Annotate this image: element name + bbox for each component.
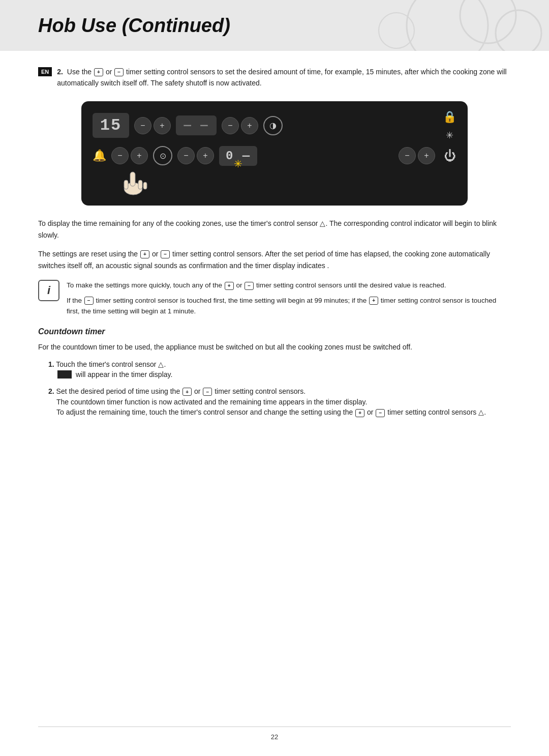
svg-rect-7	[138, 180, 142, 189]
minus-btn-3[interactable]: −	[177, 147, 195, 164]
target-icon: ⊙	[153, 146, 172, 165]
step-2-block: EN 2. Use the + or − timer setting contr…	[38, 66, 511, 89]
step-2-text: 2. Use the + or − timer setting control …	[57, 66, 511, 89]
svg-point-3	[379, 13, 414, 48]
svg-point-2	[496, 10, 541, 51]
step1-label: 1.	[48, 360, 54, 368]
plus-icon-inline-2: +	[140, 250, 149, 258]
plus-icon-step2: +	[182, 388, 192, 396]
info-icon: i	[38, 280, 59, 301]
minus-icon-step2c: −	[376, 409, 385, 417]
countdown-intro: For the countdown timer to be used, the …	[38, 341, 511, 353]
minus-icon-inline-2: −	[161, 250, 170, 258]
body-para-1: To display the time remaining for any of…	[38, 218, 511, 241]
pm-group-4: − +	[399, 147, 435, 164]
countdown-step-2: 2. Set the desired period of time using …	[48, 387, 511, 417]
step-2-number: 2.	[57, 68, 63, 76]
plus-btn-2[interactable]: +	[241, 117, 258, 134]
hand-svg	[113, 166, 154, 196]
svg-rect-6	[124, 180, 128, 189]
page-footer: 22	[38, 726, 511, 741]
step1-text-b-wrapper: will appear in the timer display.	[56, 370, 172, 379]
black-rect-indicator	[57, 370, 72, 379]
plus-icon-info-2: +	[369, 297, 378, 305]
body-para-2: The settings are reset using the + or − …	[38, 248, 511, 272]
svg-rect-8	[143, 182, 147, 189]
right-icons: 🔒 ✳	[443, 110, 456, 141]
minus-btn-4[interactable]: −	[399, 147, 416, 164]
countdown-section-title: Countdown timer	[38, 327, 511, 336]
step2-text-c: To adjust the remaining time, touch the …	[56, 408, 511, 417]
plus-icon-inline: +	[94, 68, 103, 76]
svg-point-0	[407, 0, 488, 51]
brightness-icon: ✳	[446, 130, 453, 141]
step2-text-a: Set the desired period of time using the…	[56, 387, 306, 395]
hand-illustration	[113, 166, 456, 196]
page-title: Hob Use (Continued)	[38, 15, 230, 37]
timer-display-15: 15	[93, 113, 129, 138]
panel-top-row: 15 − + — — − + ◑	[93, 110, 456, 141]
plus-icon-info: +	[225, 282, 234, 290]
plus-btn-4[interactable]: +	[418, 147, 435, 164]
hob-panel-wrapper: 15 − + — — − + ◑	[38, 101, 511, 206]
page-number: 22	[271, 733, 278, 741]
minus-btn-1[interactable]: −	[134, 117, 151, 134]
pm-group-1: − +	[134, 117, 171, 134]
page-container: Hob Use (Continued) EN 2. Use the + or −…	[0, 0, 549, 756]
panel-bottom-row: 🔔 − + ⊙ − + 0 —	[93, 146, 456, 166]
display-dashes: — —	[176, 115, 217, 135]
sunburst-icon: ✳	[234, 158, 242, 170]
minus-btn-bell[interactable]: −	[111, 147, 129, 164]
minus-icon-info-2: −	[84, 297, 94, 305]
step2-text-b: The countdown timer function is now acti…	[56, 398, 511, 406]
page-header: Hob Use (Continued)	[0, 0, 549, 51]
hob-panel: 15 − + — — − + ◑	[81, 101, 468, 206]
step2-label: 2.	[48, 387, 54, 395]
countdown-step-1: 1. Touch the timer's control sensor △. w…	[48, 360, 511, 380]
plus-btn-bell[interactable]: +	[131, 147, 148, 164]
info-para-1: To make the settings more quickly, touch…	[67, 280, 511, 291]
svg-rect-5	[130, 172, 135, 186]
minus-icon-step2: −	[203, 388, 212, 396]
minus-icon-info: −	[245, 282, 254, 290]
pm-group-bell: − +	[111, 147, 148, 164]
minus-icon-inline: −	[114, 68, 124, 76]
info-box: i To make the settings more quickly, tou…	[38, 280, 511, 317]
en-badge: EN	[38, 67, 52, 76]
step1-text-b: will appear in the timer display.	[76, 370, 172, 379]
step1-text-a: Touch the timer's control sensor △.	[56, 360, 166, 368]
header-decoration	[295, 0, 549, 51]
minus-btn-2[interactable]: −	[222, 117, 239, 134]
countdown-steps: 1. Touch the timer's control sensor △. w…	[38, 360, 511, 417]
page-content: EN 2. Use the + or − timer setting contr…	[0, 66, 549, 465]
lock-icon: 🔒	[443, 110, 456, 124]
plus-btn-3[interactable]: +	[197, 147, 214, 164]
info-text-block: To make the settings more quickly, touch…	[67, 280, 511, 317]
plus-btn-1[interactable]: +	[154, 117, 171, 134]
pm-group-3: − +	[177, 147, 214, 164]
info-para-2: If the − timer setting control sensor is…	[67, 295, 511, 317]
bell-icon: 🔔	[93, 149, 106, 162]
power-icon: ⏻	[444, 149, 456, 163]
halfmoon-icon: ◑	[263, 116, 283, 135]
pm-group-2: − +	[222, 117, 258, 134]
plus-icon-step2c: +	[355, 409, 364, 417]
timer-display-0-wrapper: 0 — ✳	[219, 146, 257, 166]
